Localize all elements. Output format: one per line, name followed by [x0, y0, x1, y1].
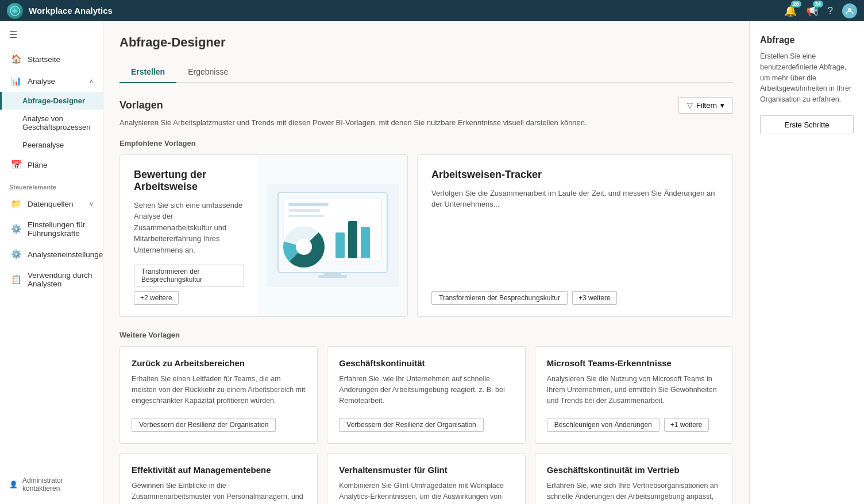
- verwendung-label: Verwendung durch Analysten: [28, 271, 94, 288]
- notify-badge: 20: [791, 1, 801, 7]
- sidebar-item-analysteneinstellungen[interactable]: ⚙️ Analysteneinstellungen: [0, 243, 103, 265]
- user-avatar[interactable]: [842, 3, 857, 18]
- svg-rect-5: [288, 203, 329, 206]
- svg-rect-16: [318, 275, 347, 278]
- featured-cards: Bewertung der Arbeitsweise Sehen Sie sic…: [119, 154, 733, 317]
- svg-rect-7: [288, 215, 324, 217]
- card-desc-bewertung: Sehen Sie sich eine umfassende Analyse d…: [134, 200, 244, 256]
- card-geschaeftskontinuitaet[interactable]: Geschäftskontinuität Erfahren Sie, wie I…: [327, 346, 525, 444]
- card-desc-verhalt: Kombinieren Sie Glint-Umfragedaten mit W…: [339, 480, 513, 504]
- main-layout: ☰ 🏠 Startseite 📊 Analyse ∧ Abfrage-Desig…: [0, 21, 864, 504]
- startseite-label: Startseite: [28, 55, 60, 64]
- sidebar-item-plaene[interactable]: 📅 Pläne: [0, 154, 103, 176]
- card-title-zurueck: Zurück zu Arbeitsbereichen: [132, 358, 306, 368]
- card-verhaltensmuster[interactable]: Verhaltensmuster für Glint Kombinieren S…: [327, 453, 525, 504]
- page-title: Abfrage-Designer: [119, 35, 733, 50]
- sidebar-item-peeranalyse[interactable]: Peeranalyse: [0, 136, 103, 154]
- contact-icon: 👤: [9, 480, 18, 489]
- top-bar: Workplace Analytics 🔔 20 📢 34 ?: [0, 0, 864, 21]
- analysteneinstellungen-icon: ⚙️: [11, 249, 22, 259]
- verwendung-icon: 📋: [11, 274, 22, 285]
- svg-point-14: [296, 239, 312, 255]
- app-logo: [7, 3, 23, 19]
- vorlagen-section-header: Vorlagen ▽ Filtern ▾: [119, 97, 733, 114]
- filter-label: Filtern: [696, 101, 717, 110]
- svg-rect-10: [361, 227, 370, 258]
- main-content: Abfrage-Designer Erstellen Ergebnisse Vo…: [103, 21, 749, 504]
- sidebar-item-analyse-geschaeftsprozessen[interactable]: Analyse von Geschäftsprozessen: [0, 110, 103, 136]
- sidebar-item-analyse[interactable]: 📊 Analyse ∧: [0, 70, 103, 92]
- content-area: Abfrage-Designer Erstellen Ergebnisse Vo…: [103, 21, 864, 504]
- sidebar-item-einstellungen-fuehrungskraefte[interactable]: ⚙️ Einstellungen für Führungskräfte: [0, 215, 103, 243]
- card-tag-geschaeft-0[interactable]: Verbessern der Resilienz der Organisatio…: [339, 418, 483, 432]
- erste-schritte-button[interactable]: Erste Schritte: [760, 115, 854, 134]
- app-title: Workplace Analytics: [29, 6, 778, 15]
- weitere-label: Weitere Vorlagen: [119, 331, 733, 339]
- vorlagen-title: Vorlagen: [119, 99, 163, 111]
- featured-card-bewertung[interactable]: Bewertung der Arbeitsweise Sehen Sie sic…: [119, 154, 408, 317]
- card-title-bewertung: Bewertung der Arbeitsweise: [134, 169, 244, 193]
- datenquellen-chevron: ∨: [89, 200, 94, 208]
- right-panel-title: Abfrage: [760, 35, 854, 45]
- card-desc-zurueck: Erhalten Sie einen Leitfaden für Teams, …: [132, 374, 306, 410]
- card-tag-zurueck-0[interactable]: Verbessern der Resilienz der Organisatio…: [132, 418, 276, 432]
- bell-badge: 34: [813, 1, 823, 7]
- help-icon[interactable]: ?: [828, 5, 833, 17]
- card-desc-effekt: Gewinnen Sie Einblicke in die Zusammenar…: [132, 480, 306, 504]
- filter-button[interactable]: ▽ Filtern ▾: [678, 97, 733, 114]
- card-zurueck-arbeitsbereichen[interactable]: Zurück zu Arbeitsbereichen Erhalten Sie …: [119, 346, 318, 444]
- hamburger-button[interactable]: ☰: [0, 21, 103, 48]
- svg-rect-6: [288, 209, 320, 212]
- card-tag-more-teams[interactable]: +1 weitere: [664, 418, 709, 432]
- sidebar-item-abfrage-designer[interactable]: Abfrage-Designer: [0, 92, 103, 110]
- card-title-geschaeft: Geschäftskontinuität: [339, 358, 513, 368]
- notifications-icon[interactable]: 🔔 20: [784, 5, 797, 17]
- card-tag-bewertung-0[interactable]: Transformieren der Besprechungskultur: [134, 265, 244, 286]
- analyse-geschaeftsprozessen-label: Analyse von Geschäftsprozessen: [22, 114, 91, 131]
- card-tag-more-bewertung[interactable]: +2 weitere: [134, 291, 179, 305]
- datenquellen-label: Datenquellen: [28, 200, 74, 208]
- card-title-effekt: Effektivität auf Managementebene: [132, 465, 306, 475]
- analysteneinstellungen-label: Analysteneinstellungen: [28, 250, 103, 259]
- plaene-label: Pläne: [28, 161, 48, 169]
- sidebar: ☰ 🏠 Startseite 📊 Analyse ∧ Abfrage-Desig…: [0, 21, 103, 504]
- svg-point-1: [848, 8, 851, 11]
- card-desc-vertrieb: Erfahren Sie, wie sich Ihre Vertriebsorg…: [547, 480, 721, 504]
- card-text-bewertung: Bewertung der Arbeitsweise Sehen Sie sic…: [120, 155, 258, 317]
- card-tags-teams: Beschleunigen von Änderungen +1 weitere: [547, 418, 721, 432]
- sidebar-item-startseite[interactable]: 🏠 Startseite: [0, 48, 103, 70]
- tab-erstellen[interactable]: Erstellen: [119, 61, 176, 83]
- contact-admin[interactable]: 👤 Administrator kontaktieren: [0, 471, 103, 498]
- analyse-chevron: ∧: [89, 77, 94, 85]
- steuerelemente-section: Steuerelemente: [0, 176, 103, 193]
- card-tags-tracker: Transformieren der Besprechungskultur +3…: [431, 291, 719, 305]
- card-title-teams: Microsoft Teams-Erkenntnisse: [547, 358, 721, 368]
- top-bar-icons: 🔔 20 📢 34 ?: [784, 3, 857, 18]
- abfrage-designer-label: Abfrage-Designer: [22, 96, 85, 105]
- right-panel: Abfrage Erstellen Sie eine benutzerdefin…: [749, 21, 864, 504]
- card-desc-teams: Analysieren Sie die Nutzung von Microsof…: [547, 374, 721, 410]
- card-effektivitaet[interactable]: Effektivität auf Managementebene Gewinne…: [119, 453, 318, 504]
- peeranalyse-label: Peeranalyse: [22, 141, 64, 149]
- tab-ergebnisse[interactable]: Ergebnisse: [176, 61, 240, 83]
- einstellungen-fuehrungskraefte-label: Einstellungen für Führungskräfte: [28, 220, 94, 238]
- bell-icon[interactable]: 📢 34: [806, 5, 819, 17]
- card-tags-zurueck: Verbessern der Resilienz der Organisatio…: [132, 418, 306, 432]
- weitere-cards-grid: Zurück zu Arbeitsbereichen Erhalten Sie …: [119, 346, 733, 504]
- card-geschaeft-vertrieb[interactable]: Geschäftskontinuität im Vertrieb Erfahre…: [535, 453, 733, 504]
- filter-icon: ▽: [687, 101, 693, 110]
- home-icon: 🏠: [11, 54, 22, 64]
- card-title-verhalt: Verhaltensmuster für Glint: [339, 465, 513, 475]
- sidebar-item-datenquellen[interactable]: 📁 Datenquellen ∨: [0, 193, 103, 215]
- card-tag-tracker-0[interactable]: Transformieren der Besprechungskultur: [431, 291, 568, 305]
- card-desc-tracker: Verfolgen Sie die Zusammenarbeit im Lauf…: [431, 188, 719, 282]
- card-tags-bewertung: Transformieren der Besprechungskultur +2…: [134, 265, 244, 305]
- card-teams-erkenntnisse[interactable]: Microsoft Teams-Erkenntnisse Analysieren…: [535, 346, 733, 444]
- sidebar-item-verwendung-analysten[interactable]: 📋 Verwendung durch Analysten: [0, 265, 103, 294]
- featured-card-tracker[interactable]: Arbeitsweisen-Tracker Verfolgen Sie die …: [417, 154, 733, 317]
- svg-rect-9: [348, 221, 357, 258]
- tabs-bar: Erstellen Ergebnisse: [119, 61, 733, 83]
- card-title-tracker: Arbeitsweisen-Tracker: [431, 169, 719, 181]
- card-tag-teams-0[interactable]: Beschleunigen von Änderungen: [547, 418, 659, 432]
- card-tag-more-tracker[interactable]: +3 weitere: [572, 291, 617, 305]
